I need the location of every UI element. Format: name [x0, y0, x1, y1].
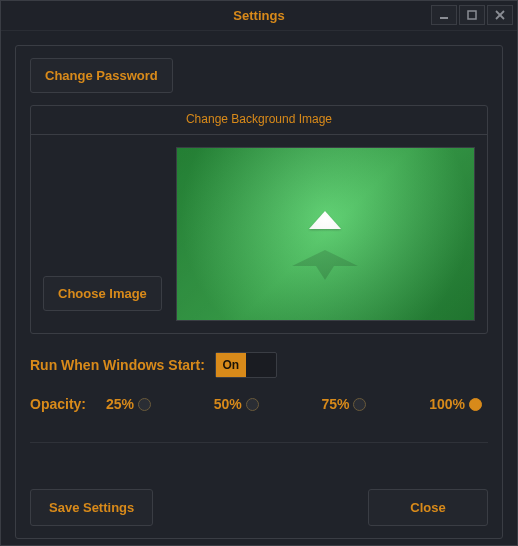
close-button[interactable]: Close	[368, 489, 488, 526]
change-password-button[interactable]: Change Password	[30, 58, 173, 93]
background-legend: Change Background Image	[31, 106, 487, 135]
divider	[30, 442, 488, 443]
opacity-option-100-label: 100%	[429, 396, 465, 412]
save-settings-button[interactable]: Save Settings	[30, 489, 153, 526]
opacity-label: Opacity:	[30, 396, 86, 412]
settings-window: Settings Change Password Change Backgrou…	[0, 0, 518, 546]
footer-row: Save Settings Close	[30, 489, 488, 526]
maximize-button[interactable]	[459, 5, 485, 25]
svg-rect-1	[468, 11, 476, 19]
save-settings-label: Save Settings	[49, 500, 134, 515]
opacity-option-50[interactable]: 50%	[214, 396, 259, 412]
svg-marker-4	[292, 250, 358, 280]
plane-shadow-icon	[290, 244, 360, 288]
close-window-button[interactable]	[487, 5, 513, 25]
radio-icon	[246, 398, 259, 411]
minimize-icon	[437, 8, 451, 22]
toggle-on-label: On	[216, 353, 246, 377]
radio-icon	[353, 398, 366, 411]
opacity-option-75[interactable]: 75%	[321, 396, 366, 412]
titlebar-buttons	[431, 5, 513, 25]
opacity-option-25[interactable]: 25%	[106, 396, 151, 412]
close-icon	[493, 8, 507, 22]
minimize-button[interactable]	[431, 5, 457, 25]
settings-panel: Change Password Change Background Image …	[15, 45, 503, 539]
autostart-row: Run When Windows Start: On	[30, 352, 488, 378]
maximize-icon	[465, 8, 479, 22]
opacity-option-50-label: 50%	[214, 396, 242, 412]
opacity-option-100[interactable]: 100%	[429, 396, 482, 412]
paper-plane-icon	[309, 211, 341, 229]
content: Change Password Change Background Image …	[1, 31, 517, 546]
autostart-label: Run When Windows Start:	[30, 357, 205, 373]
choose-image-button[interactable]: Choose Image	[43, 276, 162, 311]
choose-image-label: Choose Image	[58, 286, 147, 301]
background-fieldset: Change Background Image Choose Image	[30, 105, 488, 334]
opacity-option-75-label: 75%	[321, 396, 349, 412]
titlebar: Settings	[1, 1, 517, 31]
window-title: Settings	[233, 8, 284, 23]
opacity-option-25-label: 25%	[106, 396, 134, 412]
close-label: Close	[410, 500, 445, 515]
radio-icon	[469, 398, 482, 411]
background-body: Choose Image	[31, 135, 487, 333]
change-password-label: Change Password	[45, 68, 158, 83]
radio-icon	[138, 398, 151, 411]
opacity-row: Opacity: 25% 50% 75% 100%	[30, 396, 488, 412]
autostart-toggle[interactable]: On	[215, 352, 277, 378]
choose-image-column: Choose Image	[43, 147, 162, 321]
background-preview	[176, 147, 475, 321]
opacity-radio-group: 25% 50% 75% 100%	[106, 396, 488, 412]
